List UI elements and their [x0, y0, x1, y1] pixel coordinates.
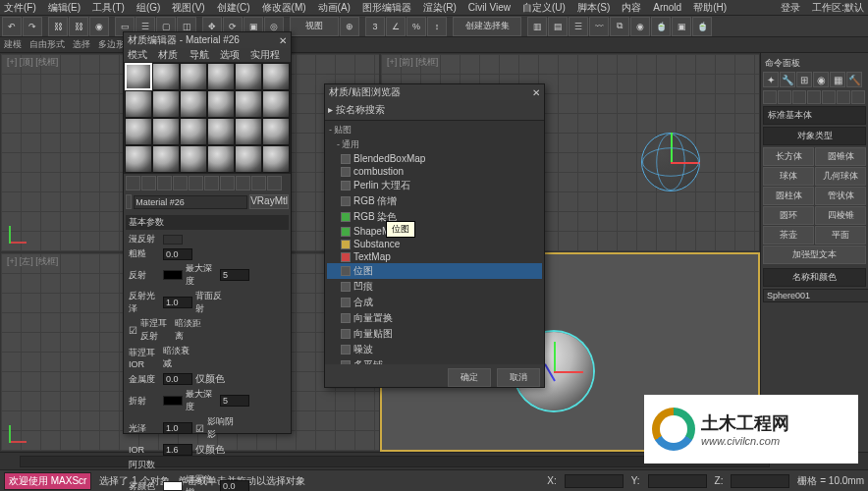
material-name-input[interactable]	[134, 195, 247, 209]
map-item[interactable]: 多平铺	[327, 357, 542, 364]
menu-tools[interactable]: 工具(T)	[92, 1, 125, 15]
ok-button[interactable]: 确定	[448, 368, 491, 387]
material-id-icon[interactable]	[236, 176, 250, 191]
mirror-button[interactable]: ▥	[527, 17, 547, 36]
material-slot[interactable]	[235, 90, 262, 118]
snap-button[interactable]: 3	[365, 17, 385, 36]
redo-button[interactable]: ↷	[23, 17, 42, 36]
map-item[interactable]: combustion	[327, 165, 542, 178]
cancel-button[interactable]: 取消	[497, 368, 540, 387]
spacewarps-cat-icon[interactable]	[837, 90, 850, 104]
reflect-swatch[interactable]	[163, 270, 183, 280]
pyramid-button[interactable]: 四棱锥	[815, 206, 866, 225]
bind-button[interactable]: ◉	[89, 17, 109, 36]
material-editor-button[interactable]: ◉	[630, 17, 650, 36]
viewcube-icon[interactable]	[719, 260, 750, 292]
lights-cat-icon[interactable]	[792, 90, 806, 104]
map-item[interactable]: 向量贴图	[327, 326, 542, 342]
coord-z-input[interactable]	[731, 474, 789, 488]
textplus-button[interactable]: 加强型文本	[763, 246, 866, 264]
diffuse-swatch[interactable]	[163, 235, 183, 245]
material-slot[interactable]	[262, 118, 290, 145]
pick-material-icon[interactable]	[126, 194, 132, 209]
maxdepth-value[interactable]: 5	[220, 269, 249, 281]
material-slot[interactable]	[125, 118, 152, 145]
tab-freeform[interactable]: 自由形式	[29, 38, 65, 51]
viewport-front-label[interactable]: [+] [前] [线框]	[387, 56, 438, 69]
cone-button[interactable]: 圆锥体	[815, 147, 866, 166]
menu-render[interactable]: 渲染(R)	[423, 1, 457, 15]
viewport-left-label[interactable]: [+] [左] [线框]	[7, 255, 58, 268]
hierarchy-tab-icon[interactable]: ⊞	[796, 72, 812, 87]
viewport-top-label[interactable]: [+] [顶] [线框]	[7, 56, 58, 69]
coord-y-input[interactable]	[648, 474, 707, 488]
material-slot[interactable]	[180, 90, 207, 118]
affect-channel-2[interactable]: 仅颜色	[195, 443, 235, 457]
fresnel-checkbox[interactable]: ☑	[129, 325, 137, 336]
mat-menu-nav[interactable]: 导航(N)	[190, 48, 212, 62]
general-category[interactable]: - 通用	[327, 137, 542, 152]
sphere-wireframe[interactable]	[641, 133, 700, 191]
menu-content[interactable]: 内容	[622, 1, 641, 15]
render-button[interactable]: 🍵	[692, 17, 712, 36]
teapot-button[interactable]: 茶壶	[763, 226, 814, 245]
torus-button[interactable]: 圆环	[763, 206, 814, 225]
curve-editor-button[interactable]: 〰	[589, 17, 609, 36]
map-item[interactable]: RGB 染色	[327, 209, 542, 225]
tab-selection[interactable]: 选择	[73, 38, 90, 51]
make-copy-icon[interactable]	[189, 176, 203, 191]
material-slot[interactable]	[262, 90, 290, 118]
map-item[interactable]: 向量置换	[327, 310, 542, 326]
material-slot[interactable]	[207, 63, 235, 90]
mat-menu-mode[interactable]: 模式(D)	[128, 48, 150, 62]
map-item[interactable]: Substance	[327, 238, 542, 250]
map-item[interactable]: RGB 倍增	[327, 193, 542, 209]
refsys-dropdown[interactable]: 视图	[290, 17, 339, 36]
render-frame-button[interactable]: ▣	[672, 17, 691, 36]
box-button[interactable]: 长方体	[763, 147, 814, 166]
motion-tab-icon[interactable]: ◉	[813, 72, 829, 87]
material-slot[interactable]	[207, 118, 235, 145]
menu-graph[interactable]: 图形编辑器	[362, 1, 411, 15]
material-slot[interactable]	[180, 63, 207, 90]
utilities-tab-icon[interactable]: 🔨	[846, 72, 862, 87]
coord-x-input[interactable]	[565, 474, 624, 488]
angle-snap-button[interactable]: ∠	[386, 17, 406, 36]
schematic-button[interactable]: ⧉	[610, 17, 629, 36]
get-material-icon[interactable]	[126, 176, 140, 191]
refract-swatch[interactable]	[163, 396, 183, 406]
material-slot[interactable]	[235, 145, 262, 173]
material-slot[interactable]	[125, 145, 152, 173]
rough-value[interactable]: 0.0	[163, 248, 192, 260]
unlink-button[interactable]: ⛓	[69, 17, 88, 36]
undo-button[interactable]: ↶	[2, 17, 22, 36]
affect-channel[interactable]: 仅颜色	[195, 372, 235, 386]
create-tab-icon[interactable]: ✦	[763, 72, 779, 87]
display-tab-icon[interactable]: ▦	[830, 72, 845, 87]
show-map-icon[interactable]	[251, 176, 266, 191]
object-name-input[interactable]	[763, 289, 868, 302]
material-slot[interactable]	[152, 145, 180, 173]
menu-customize[interactable]: 自定义(U)	[522, 1, 566, 15]
layers-button[interactable]: ☰	[569, 17, 588, 36]
mat-menu-opts[interactable]: 选项(O)	[220, 48, 243, 62]
named-sel-dropdown[interactable]: 创建选择集	[453, 17, 521, 36]
map-item[interactable]: 凹痕	[327, 279, 542, 295]
cameras-cat-icon[interactable]	[807, 90, 821, 104]
material-slot[interactable]	[125, 90, 152, 118]
spinner-snap-button[interactable]: ↕	[427, 17, 447, 36]
material-slot[interactable]	[207, 145, 235, 173]
material-slot[interactable]	[235, 63, 262, 90]
assign-material-icon[interactable]	[157, 176, 172, 191]
reset-map-icon[interactable]	[173, 176, 188, 191]
basic-params-rollout[interactable]: 基本参数	[126, 215, 289, 230]
metal-value[interactable]: 0.0	[163, 373, 192, 385]
map-item[interactable]: 噪波	[327, 342, 542, 357]
material-slot[interactable]	[207, 90, 235, 118]
put-library-icon[interactable]	[220, 176, 235, 191]
modify-tab-icon[interactable]: 🔧	[780, 72, 795, 87]
material-slot[interactable]	[180, 118, 207, 145]
shapes-cat-icon[interactable]	[778, 90, 791, 104]
map-item[interactable]: ShapeMap	[327, 225, 542, 238]
geometry-cat-icon[interactable]	[763, 90, 777, 104]
